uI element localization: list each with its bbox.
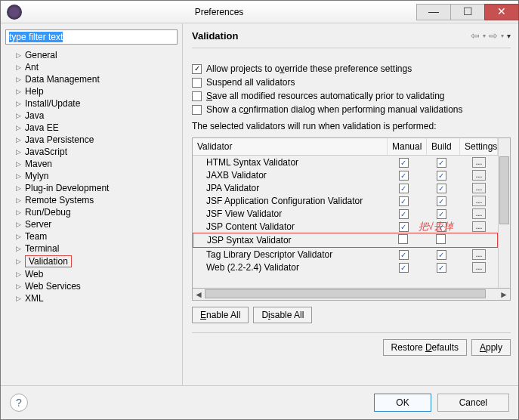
tree-item-xml[interactable]: ▷XML (5, 292, 178, 304)
minimize-button[interactable]: — (416, 4, 451, 20)
ok-button[interactable]: OK (374, 394, 431, 412)
expand-arrow-icon[interactable]: ▷ (14, 172, 22, 180)
expand-arrow-icon[interactable]: ▷ (14, 76, 22, 83)
horizontal-scrollbar-thumb[interactable] (205, 289, 486, 298)
tree-item-java-persistence[interactable]: ▷Java Persistence (5, 134, 178, 146)
enable-all-button[interactable]: Enable All (192, 307, 249, 323)
tree-item-help[interactable]: ▷Help (5, 85, 178, 97)
confirm-checkbox[interactable] (192, 105, 202, 115)
col-settings[interactable]: Settings (460, 138, 498, 155)
expand-arrow-icon[interactable]: ▷ (14, 196, 22, 204)
settings-button[interactable]: ... (472, 221, 486, 232)
col-validator[interactable]: Validator (193, 138, 388, 155)
back-icon[interactable]: ⇦ (471, 29, 480, 42)
forward-icon[interactable]: ⇨ (489, 29, 498, 42)
col-manual[interactable]: Manual (388, 138, 427, 155)
build-checkbox[interactable] (437, 171, 446, 181)
tree-item-java-ee[interactable]: ▷Java EE (5, 122, 178, 134)
suspend-checkbox[interactable] (192, 78, 202, 88)
manual-checkbox[interactable] (399, 250, 409, 260)
expand-arrow-icon[interactable]: ▷ (14, 283, 22, 290)
build-checkbox[interactable] (436, 234, 446, 244)
filter-input[interactable]: type filter text (5, 29, 178, 45)
tree-item-team[interactable]: ▷Team (5, 230, 178, 242)
tree-item-plug-in-development[interactable]: ▷Plug-in Development (5, 182, 178, 194)
expand-arrow-icon[interactable]: ▷ (14, 258, 22, 265)
tree-item-web-services[interactable]: ▷Web Services (5, 280, 178, 292)
vertical-scrollbar[interactable] (498, 138, 510, 288)
allow-override-row[interactable]: Allow projects to override these prefere… (192, 62, 511, 76)
save-row[interactable]: Save all modified resources automaticall… (192, 89, 511, 103)
manual-checkbox[interactable] (399, 158, 409, 168)
expand-arrow-icon[interactable]: ▷ (14, 136, 22, 144)
table-row[interactable]: JSP Syntax Validator (193, 233, 498, 248)
settings-button[interactable]: ... (472, 183, 486, 193)
tree-item-validation[interactable]: ▷Validation (5, 255, 178, 268)
tree-item-java[interactable]: ▷Java (5, 110, 178, 122)
tree-item-terminal[interactable]: ▷Terminal (5, 242, 178, 255)
close-button[interactable]: ✕ (484, 4, 519, 20)
expand-arrow-icon[interactable]: ▷ (14, 295, 22, 302)
expand-arrow-icon[interactable]: ▷ (14, 88, 22, 95)
suspend-row[interactable]: Suspend all validators (192, 76, 511, 89)
expand-arrow-icon[interactable]: ▷ (14, 100, 22, 107)
manual-checkbox[interactable] (399, 222, 409, 232)
tree-item-run-debug[interactable]: ▷Run/Debug (5, 206, 178, 218)
tree-item-remote-systems[interactable]: ▷Remote Systems (5, 194, 178, 206)
build-checkbox[interactable] (437, 184, 446, 193)
settings-button[interactable]: ... (472, 249, 486, 260)
expand-arrow-icon[interactable]: ▷ (14, 63, 22, 71)
tree-item-javascript[interactable]: ▷JavaScript (5, 146, 178, 158)
tree-item-data-management[interactable]: ▷Data Management (5, 73, 178, 85)
tree-item-install-update[interactable]: ▷Install/Update (5, 97, 178, 110)
expand-arrow-icon[interactable]: ▷ (14, 208, 22, 216)
table-row[interactable]: JSF View Validator... (193, 207, 498, 220)
table-row[interactable]: HTML Syntax Validator... (193, 156, 498, 168)
tree-item-mylyn[interactable]: ▷Mylyn (5, 170, 178, 182)
settings-button[interactable]: ... (472, 208, 486, 219)
manual-checkbox[interactable] (399, 209, 409, 219)
expand-arrow-icon[interactable]: ▷ (14, 51, 22, 59)
expand-arrow-icon[interactable]: ▷ (14, 245, 22, 252)
expand-arrow-icon[interactable]: ▷ (14, 112, 22, 119)
expand-arrow-icon[interactable]: ▷ (14, 124, 22, 131)
manual-checkbox[interactable] (398, 234, 408, 244)
settings-button[interactable]: ... (472, 196, 486, 206)
hscroll-right-icon[interactable]: ► (498, 289, 510, 300)
vertical-scrollbar-thumb[interactable] (499, 156, 509, 224)
disable-all-button[interactable]: Disable All (253, 307, 312, 323)
back-dropdown-icon[interactable]: ▾ (483, 32, 486, 39)
table-row[interactable]: JSF Application Configuration Validator.… (193, 194, 498, 207)
table-row[interactable]: Web (2.2-2.4) Validator... (193, 261, 498, 273)
allow-override-checkbox[interactable] (192, 64, 202, 74)
table-row[interactable]: JPA Validator... (193, 181, 498, 194)
settings-button[interactable]: ... (472, 157, 486, 168)
tree-item-ant[interactable]: ▷Ant (5, 61, 178, 73)
build-checkbox[interactable] (437, 196, 446, 206)
expand-arrow-icon[interactable]: ▷ (14, 221, 22, 228)
restore-defaults-button[interactable]: Restore Defaults (383, 339, 467, 356)
col-build[interactable]: Build (427, 138, 460, 155)
table-row[interactable]: Tag Library Descriptor Validator... (193, 248, 498, 261)
apply-button[interactable]: Apply (471, 339, 511, 356)
build-checkbox[interactable] (437, 209, 446, 219)
expand-arrow-icon[interactable]: ▷ (14, 270, 22, 278)
horizontal-scrollbar[interactable]: ◄ ► (192, 289, 511, 301)
expand-arrow-icon[interactable]: ▷ (14, 148, 22, 156)
expand-arrow-icon[interactable]: ▷ (14, 184, 22, 192)
expand-arrow-icon[interactable]: ▷ (14, 160, 22, 168)
settings-button[interactable]: ... (472, 170, 486, 181)
manual-checkbox[interactable] (399, 171, 409, 181)
confirm-row[interactable]: Show a confirmation dialog when performi… (192, 103, 511, 116)
cancel-button[interactable]: Cancel (437, 394, 509, 412)
manual-checkbox[interactable] (399, 263, 409, 273)
preferences-tree[interactable]: ▷General▷Ant▷Data Management▷Help▷Instal… (5, 45, 178, 379)
settings-button[interactable]: ... (472, 262, 486, 273)
manual-checkbox[interactable] (399, 196, 409, 206)
build-checkbox[interactable] (437, 263, 446, 273)
hscroll-left-icon[interactable]: ◄ (193, 289, 205, 300)
manual-checkbox[interactable] (399, 184, 409, 193)
expand-arrow-icon[interactable]: ▷ (14, 233, 22, 240)
help-icon[interactable]: ? (10, 394, 28, 412)
build-checkbox[interactable] (437, 158, 446, 168)
